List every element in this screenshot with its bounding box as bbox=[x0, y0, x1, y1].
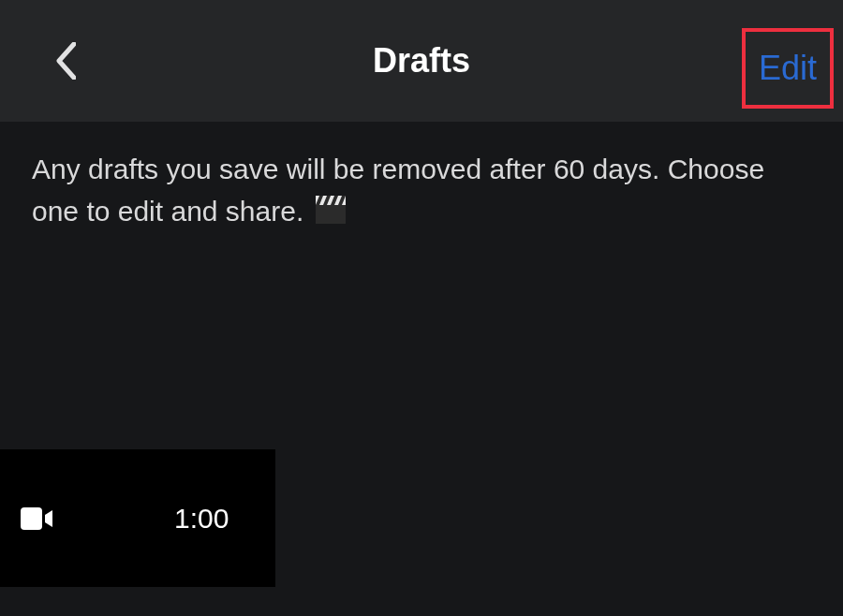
info-text-content: Any drafts you save will be removed afte… bbox=[32, 154, 764, 227]
draft-duration: 1:00 bbox=[174, 503, 229, 535]
page-title: Drafts bbox=[373, 41, 470, 81]
draft-item[interactable]: 1:00 bbox=[0, 449, 275, 587]
clapperboard-icon bbox=[316, 193, 346, 235]
svg-rect-2 bbox=[21, 507, 42, 530]
chevron-left-icon bbox=[55, 42, 76, 80]
video-indicator bbox=[21, 507, 52, 530]
info-text: Any drafts you save will be removed afte… bbox=[0, 122, 843, 261]
back-button[interactable] bbox=[47, 37, 84, 84]
video-camera-icon bbox=[21, 507, 52, 530]
edit-highlight-box: Edit bbox=[742, 28, 834, 109]
header: Drafts Edit bbox=[0, 0, 843, 122]
edit-button[interactable]: Edit bbox=[759, 49, 817, 88]
svg-rect-0 bbox=[316, 205, 346, 224]
